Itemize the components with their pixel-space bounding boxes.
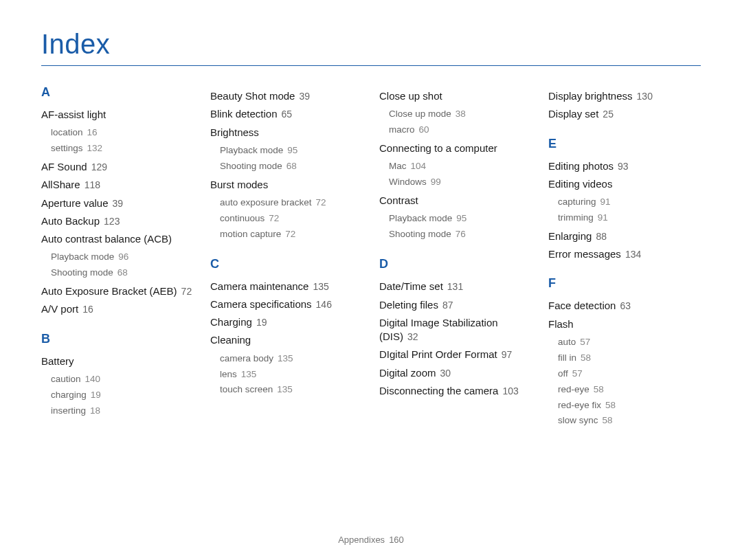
index-subentry[interactable]: motion capture72 <box>220 227 363 242</box>
index-letter: D <box>379 257 532 271</box>
index-entry[interactable]: Cleaning <box>210 333 363 347</box>
index-subentry[interactable]: Playback mode96 <box>51 250 194 265</box>
index-subentry[interactable]: auto exposure bracket72 <box>220 196 363 210</box>
index-entry[interactable]: Date/Time set131 <box>379 280 532 293</box>
index-entry-label: Close up shot <box>379 90 442 102</box>
index-entry[interactable]: AllShare118 <box>41 178 194 192</box>
index-subentry[interactable]: macro60 <box>389 123 532 137</box>
index-entry-page: 19 <box>256 317 267 328</box>
index-entry[interactable]: Auto Backup123 <box>41 214 194 228</box>
index-entry[interactable]: Beauty Shot mode39 <box>210 89 363 103</box>
index-subentry-page: 99 <box>431 177 441 187</box>
index-entry[interactable]: Connecting to a computer <box>379 142 532 155</box>
index-entry-page: 134 <box>625 249 641 260</box>
index-entry[interactable]: Camera speciﬁcations146 <box>210 298 363 311</box>
index-entry[interactable]: AF-assist light <box>41 108 194 122</box>
index-subentry[interactable]: location16 <box>51 126 194 140</box>
index-entry[interactable]: Digital Image Stabilization (DIS)32 <box>379 316 532 344</box>
index-subentry-label: trimming <box>558 212 594 223</box>
index-entry[interactable]: Close up shot <box>379 89 532 103</box>
index-entry[interactable]: Auto Exposure Bracket (AEB)72 <box>41 284 194 298</box>
index-entry[interactable]: Enlarging88 <box>548 229 701 243</box>
index-entry-page: 135 <box>313 281 328 292</box>
index-subentry-label: Shooting mode <box>220 161 282 171</box>
index-entry[interactable]: AF Sound129 <box>41 160 194 174</box>
index-subentry-label: Close up mode <box>389 109 451 119</box>
index-entry[interactable]: Display brightness130 <box>548 89 701 103</box>
index-letter: E <box>548 137 701 151</box>
index-entry-label: Auto Exposure Bracket (AEB) <box>41 285 177 297</box>
index-subentry-page: 58 <box>594 384 604 394</box>
index-subentry[interactable]: touch screen135 <box>220 383 363 397</box>
index-subentry-label: auto exposure bracket <box>220 197 312 208</box>
index-subentry[interactable]: off57 <box>558 367 701 381</box>
index-entry-label: Charging <box>210 316 252 328</box>
index-subentry[interactable]: continuous72 <box>220 212 363 226</box>
index-subentry-page: 96 <box>118 251 128 262</box>
index-subentry[interactable]: auto57 <box>558 335 701 350</box>
index-subentry[interactable]: capturing91 <box>558 195 701 210</box>
index-letter: B <box>41 332 194 346</box>
index-entry[interactable]: DIgital Print Order Format97 <box>379 348 532 361</box>
index-entry[interactable]: Battery <box>41 355 194 368</box>
index-subentry-page: 58 <box>603 415 613 425</box>
index-entry-label: Display brightness <box>548 90 633 102</box>
index-entry[interactable]: Camera maintenance135 <box>210 280 363 293</box>
index-subentry[interactable]: trimming91 <box>558 211 701 225</box>
index-col-2: Beauty Shot mode39Blink detection65Brigh… <box>210 85 363 429</box>
index-entry[interactable]: Display set25 <box>548 107 701 121</box>
index-entry-label: Auto contrast balance (ACB) <box>41 233 172 245</box>
index-entry-page: 87 <box>442 300 453 311</box>
index-subentry[interactable]: Shooting mode68 <box>51 266 194 280</box>
index-subentry[interactable]: Close up mode38 <box>389 107 532 122</box>
index-subentry[interactable]: slow sync58 <box>558 414 701 428</box>
index-entry[interactable]: Burst modes <box>210 178 363 192</box>
index-entry[interactable]: Digital zoom30 <box>379 366 532 380</box>
index-entry[interactable]: Editing photos93 <box>548 159 701 173</box>
index-subentry[interactable]: camera body135 <box>220 352 363 366</box>
index-entry-label: Display set <box>548 108 598 120</box>
index-subentry-page: 60 <box>419 124 429 135</box>
index-col-3: Close up shotClose up mode38macro60Conne… <box>379 85 532 429</box>
index-subentry[interactable]: ﬁll in58 <box>558 351 701 366</box>
index-entry[interactable]: Face detection63 <box>548 299 701 313</box>
index-entry[interactable]: Brightness <box>210 126 363 139</box>
index-entry[interactable]: Deleting ﬁles87 <box>379 298 532 312</box>
index-subentry-label: Mac <box>389 161 407 171</box>
index-entry[interactable]: Error messages134 <box>548 247 701 261</box>
index-subentry[interactable]: caution140 <box>51 372 194 387</box>
index-entry[interactable]: Blink detection65 <box>210 107 363 121</box>
index-subentry[interactable]: Windows99 <box>389 175 532 190</box>
index-entry-label: Auto Backup <box>41 215 100 227</box>
index-entry[interactable]: Flash <box>548 317 701 331</box>
index-entry[interactable]: Disconnecting the camera103 <box>379 384 532 398</box>
index-entry-label: Connecting to a computer <box>379 142 497 154</box>
index-subentry[interactable]: charging19 <box>51 388 194 403</box>
index-subentry-page: 57 <box>580 337 590 347</box>
index-subentry-label: slow sync <box>558 415 598 425</box>
index-subentry[interactable]: settings132 <box>51 142 194 156</box>
index-entry[interactable]: A/V port16 <box>41 302 194 316</box>
index-entry-page: 39 <box>113 198 124 209</box>
index-entry-label: Beauty Shot mode <box>210 90 295 102</box>
index-subentry[interactable]: lens135 <box>220 368 363 382</box>
index-entry[interactable]: Contrast <box>379 194 532 208</box>
index-col-4: Display brightness130Display set25EEditi… <box>548 85 701 429</box>
index-subentry[interactable]: Playback mode95 <box>220 144 363 158</box>
index-subentry-label: lens <box>220 369 237 379</box>
index-subentry[interactable]: inserting18 <box>51 404 194 418</box>
index-letter: A <box>41 85 194 100</box>
index-subentry[interactable]: Shooting mode68 <box>220 159 363 174</box>
index-subentry-page: 91 <box>598 212 608 223</box>
index-subentry[interactable]: red-eye58 <box>558 383 701 397</box>
index-subentry[interactable]: Mac104 <box>389 159 532 174</box>
index-subentry[interactable]: Playback mode95 <box>389 212 532 226</box>
index-entry[interactable]: Aperture value39 <box>41 197 194 210</box>
index-subentry[interactable]: Shooting mode76 <box>389 227 532 242</box>
index-entry-label: Cleaning <box>210 334 251 346</box>
index-entry[interactable]: Auto contrast balance (ACB) <box>41 232 194 246</box>
index-subentry-page: 16 <box>87 127 98 137</box>
index-entry[interactable]: Charging19 <box>210 315 363 329</box>
index-subentry[interactable]: red-eye ﬁx58 <box>558 399 701 413</box>
index-entry[interactable]: Editing videos <box>548 177 701 191</box>
